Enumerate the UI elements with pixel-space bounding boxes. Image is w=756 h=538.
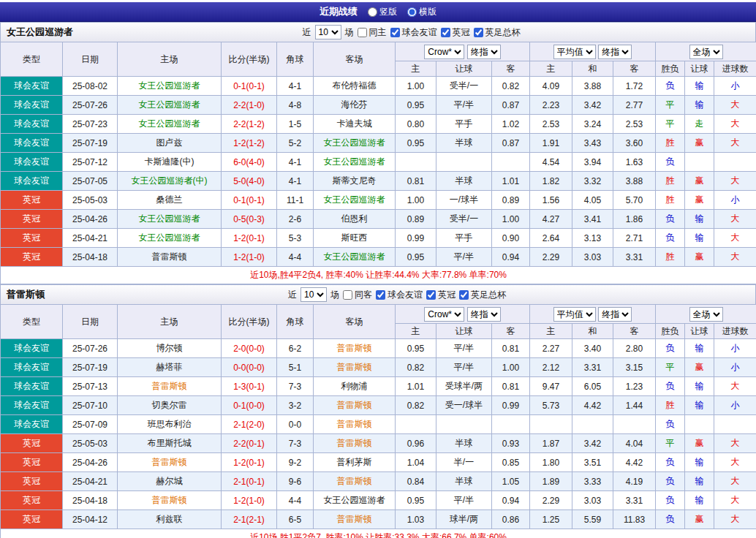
- match-row: 英冠25-04-18普雷斯顿1-2(1-0)4-4女王公园巡游者0.95平/半0…: [1, 491, 756, 510]
- away-team[interactable]: 利物浦: [314, 377, 396, 396]
- away-team[interactable]: 普雷斯顿: [314, 339, 396, 358]
- home-team[interactable]: 女王公园巡游者: [118, 115, 222, 134]
- layout-horizontal-option[interactable]: 横版: [407, 6, 436, 18]
- away-team[interactable]: 普雷斯顿: [314, 358, 396, 377]
- col-result-goals: 进球数: [714, 61, 756, 77]
- result-wdl: 负: [656, 472, 685, 491]
- championship-checkbox[interactable]: [441, 28, 450, 37]
- home-team[interactable]: 桑德兰: [118, 191, 222, 210]
- away-team[interactable]: 普利茅斯: [314, 453, 396, 472]
- same-venue-checkbox[interactable]: [343, 290, 352, 300]
- result-handicap: 赢: [685, 191, 714, 210]
- league-badge: 英冠: [1, 491, 63, 510]
- home-team[interactable]: 赫塔菲: [118, 358, 222, 377]
- odds-provider-select[interactable]: Crow*: [424, 307, 464, 322]
- away-team[interactable]: 普雷斯顿: [314, 396, 396, 415]
- away-team[interactable]: 女王公园巡游者: [314, 153, 396, 172]
- away-team[interactable]: 斯蒂文尼奇: [314, 172, 396, 191]
- match-count-select[interactable]: 10: [300, 287, 327, 302]
- avg-type-select[interactable]: 平均值: [553, 307, 596, 322]
- avg-away: [613, 415, 656, 434]
- scope-select[interactable]: 全场: [689, 45, 723, 59]
- layout-vertical-radio[interactable]: [368, 7, 377, 17]
- filter-controls: 近 10 场 同客 球会友谊 英冠 英足总杯: [45, 287, 749, 302]
- matches-label: 场: [330, 289, 339, 301]
- fa-cup-checkbox[interactable]: [474, 28, 483, 37]
- corners: 9-6: [277, 472, 314, 491]
- home-team[interactable]: 普雷斯顿: [118, 248, 222, 267]
- away-team[interactable]: 布伦特福德: [314, 77, 396, 96]
- score: 2-2(1-0): [222, 96, 277, 115]
- home-team[interactable]: 女王公园巡游者: [118, 229, 222, 248]
- result-handicap: 赢: [685, 358, 714, 377]
- home-team[interactable]: 女王公园巡游者: [118, 96, 222, 115]
- home-team[interactable]: 布里斯托城: [118, 434, 222, 453]
- avg-stage-select[interactable]: 终指: [598, 45, 632, 59]
- match-date: 25-07-05: [63, 172, 118, 191]
- home-team[interactable]: 利兹联: [118, 510, 222, 529]
- league-badge: 球会友谊: [1, 77, 63, 96]
- layout-horizontal-radio[interactable]: [407, 7, 417, 17]
- home-team[interactable]: 博尔顿: [118, 339, 222, 358]
- filter-club-friendly[interactable]: 球会友谊: [376, 289, 423, 301]
- odds-away: 0.99: [492, 396, 530, 415]
- avg-home: 2.12: [530, 358, 572, 377]
- corners: 4-1: [277, 77, 314, 96]
- home-team[interactable]: 女王公园巡游者(中): [118, 172, 222, 191]
- scope-select[interactable]: 全场: [689, 307, 723, 322]
- away-team[interactable]: 女王公园巡游者: [314, 491, 396, 510]
- avg-home: 1.87: [530, 434, 572, 453]
- club-friendly-checkbox[interactable]: [390, 28, 400, 37]
- corners: 3-2: [277, 396, 314, 415]
- avg-type-select[interactable]: 平均值: [553, 45, 596, 59]
- away-team[interactable]: 普雷斯顿: [314, 510, 396, 529]
- club-friendly-checkbox[interactable]: [376, 290, 385, 300]
- same-venue-option[interactable]: 同主: [358, 26, 387, 39]
- away-team[interactable]: 海伦芬: [314, 96, 396, 115]
- layout-vertical-option[interactable]: 竖版: [368, 6, 397, 18]
- odds-stage-select[interactable]: 终指: [467, 45, 501, 59]
- match-count-select[interactable]: 10: [315, 25, 341, 39]
- away-team[interactable]: 卡迪夫城: [314, 115, 396, 134]
- away-team[interactable]: 女王公园巡游者: [314, 248, 396, 267]
- away-team[interactable]: 女王公园巡游者: [314, 134, 396, 153]
- away-team[interactable]: 普雷斯顿: [314, 472, 396, 491]
- filter-championship[interactable]: 英冠: [441, 26, 470, 39]
- fa-cup-label: 英足总杯: [485, 26, 521, 39]
- home-team[interactable]: 普雷斯顿: [118, 491, 222, 510]
- home-team[interactable]: 图卢兹: [118, 134, 222, 153]
- col-home: 主场: [118, 305, 222, 339]
- home-team[interactable]: 切奥尔雷: [118, 396, 222, 415]
- filter-fa-cup[interactable]: 英足总杯: [474, 26, 521, 39]
- col-date: 日期: [63, 305, 118, 339]
- odds-handicap: 受半/一: [436, 210, 492, 229]
- home-team[interactable]: 普雷斯顿: [118, 377, 222, 396]
- filter-championship[interactable]: 英冠: [426, 289, 456, 301]
- away-team[interactable]: 女王公园巡游者: [314, 191, 396, 210]
- score: 0-0(0-0): [222, 358, 277, 377]
- avg-stage-select[interactable]: 终指: [598, 307, 632, 322]
- away-team[interactable]: 伯恩利: [314, 210, 396, 229]
- score: 2-2(0-1): [222, 434, 277, 453]
- result-handicap: 输: [685, 210, 714, 229]
- home-team[interactable]: 卡斯迪隆(中): [118, 153, 222, 172]
- fa-cup-checkbox[interactable]: [459, 290, 469, 300]
- odds-stage-select[interactable]: 终指: [467, 307, 501, 322]
- same-venue-checkbox[interactable]: [358, 28, 367, 37]
- home-team[interactable]: 赫尔城: [118, 472, 222, 491]
- home-team[interactable]: 女王公园巡游者: [118, 210, 222, 229]
- odds-provider-select[interactable]: Crow*: [424, 45, 464, 59]
- away-team[interactable]: 普雷斯顿: [314, 415, 396, 434]
- same-venue-option[interactable]: 同客: [343, 289, 372, 301]
- section-header: 女王公园巡游者 近 10 场 同主 球会友谊 英冠 英足总杯: [0, 22, 756, 42]
- filter-club-friendly[interactable]: 球会友谊: [390, 26, 437, 39]
- odds-away: 0.85: [492, 453, 530, 472]
- home-team[interactable]: 班思布利治: [118, 415, 222, 434]
- corners: 4-8: [277, 96, 314, 115]
- home-team[interactable]: 女王公园巡游者: [118, 77, 222, 96]
- home-team[interactable]: 普雷斯顿: [118, 453, 222, 472]
- filter-fa-cup[interactable]: 英足总杯: [459, 289, 506, 301]
- away-team[interactable]: 斯旺西: [314, 229, 396, 248]
- away-team[interactable]: 普雷斯顿: [314, 434, 396, 453]
- championship-checkbox[interactable]: [426, 290, 436, 300]
